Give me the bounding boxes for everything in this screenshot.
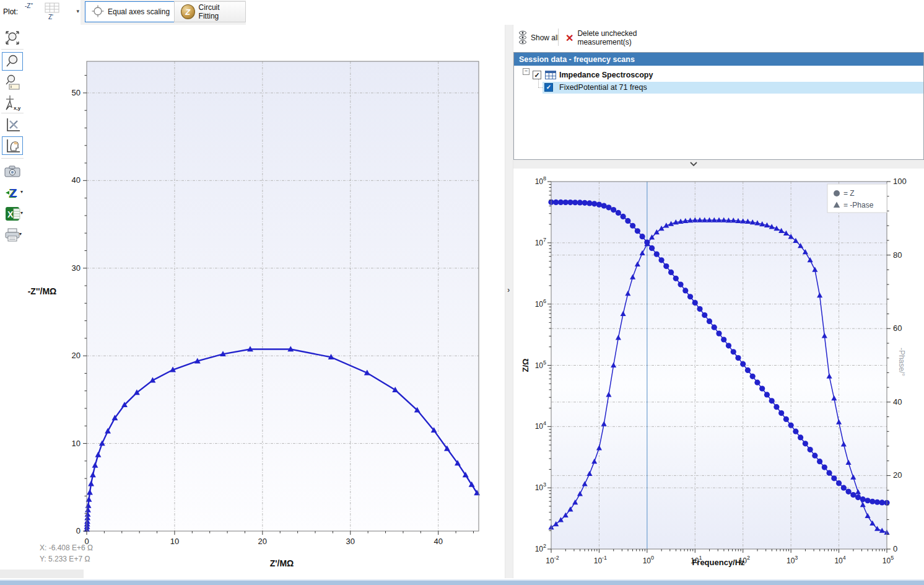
child-item-label: FixedPotential at 71 freqs: [559, 83, 647, 92]
bode-left-axis-title: Z/Ω: [521, 341, 530, 390]
svg-text:104: 104: [834, 555, 845, 565]
svg-text:50: 50: [72, 88, 81, 97]
plot-settings-button[interactable]: [2, 115, 23, 134]
svg-text:10: 10: [72, 439, 81, 448]
bode-plot-region: 10-210-110010110210310410510210310410510…: [513, 170, 924, 578]
svg-text:104: 104: [535, 420, 546, 431]
session-panel: Show all ✕ Delete unchecked measurement(…: [513, 25, 924, 578]
equal-axes-scaling-label: Equal axes scaling: [108, 7, 170, 16]
sidebar-separator: [1, 113, 24, 113]
svg-text:30: 30: [72, 263, 81, 273]
tree-item-impedance-spectroscopy[interactable]: ✓ Impedance Spectroscopy: [514, 70, 923, 81]
zoom-to-fit-button[interactable]: [2, 29, 23, 47]
toolbar-divider: [558, 29, 559, 46]
manual-scale-button[interactable]: [2, 136, 23, 155]
session-toolbar: Show all ✕ Delete unchecked measurement(…: [513, 25, 924, 51]
cursor-y-readout: Y: 5.233 E+7 Ω: [40, 553, 93, 565]
bode-right-axis-title: -Phase/°: [897, 340, 906, 384]
bode-legend: = Z= -Phase: [827, 184, 887, 213]
svg-text:107: 107: [535, 237, 546, 247]
svg-text:Z: Z: [10, 187, 17, 200]
nyquist-chart[interactable]: 01020304001020304050: [26, 25, 505, 578]
svg-text:100: 100: [893, 177, 907, 186]
svg-text:106: 106: [535, 298, 546, 309]
axes-head-icon: [4, 137, 21, 154]
parent-item-label: Impedance Spectroscopy: [559, 71, 653, 79]
session-data-box: Session data - frequency scans − ✓: [513, 52, 924, 160]
excel-letter: X: [7, 209, 14, 219]
delete-x-icon: ✕: [565, 32, 573, 44]
camera-icon: [4, 165, 21, 178]
tree-item-fixedpotential[interactable]: ✓ FixedPotential at 71 freqs: [543, 82, 923, 94]
svg-text:60: 60: [893, 323, 902, 333]
plot-type-dropdown[interactable]: -Z'' Z' ▾: [20, 1, 82, 24]
table-icon: [545, 71, 556, 81]
child-checkbox[interactable]: ✓: [544, 83, 553, 92]
svg-text:10-2: 10-2: [546, 555, 559, 565]
snapshot-button[interactable]: [2, 162, 23, 181]
svg-text:10: 10: [170, 537, 179, 546]
sidebar-footer: [0, 570, 84, 578]
svg-text:20: 20: [893, 470, 902, 480]
nyquist-plot-region: 01020304001020304050 -Z''/MΩ Z'/MΩ X: -6…: [26, 25, 505, 578]
chevron-down-icon: [689, 162, 698, 167]
plot-type-yaxis-label: -Z'': [25, 2, 33, 9]
svg-text:103: 103: [535, 482, 546, 492]
circuit-fitting-button[interactable]: Z Circuit Fitting: [174, 1, 246, 22]
collapse-strip[interactable]: [513, 160, 924, 169]
delete-label-line1: Delete unchecked: [577, 29, 637, 38]
svg-text:0: 0: [893, 544, 897, 553]
sidebar-separator: [1, 158, 24, 159]
svg-text:= Z: = Z: [843, 189, 855, 198]
svg-text:40: 40: [72, 175, 81, 185]
pointer-xy-text: x,y: [14, 105, 21, 111]
plot-type-xaxis-label: Z': [48, 14, 53, 20]
window-bottom-bar: [0, 579, 924, 585]
chevron-down-icon[interactable]: ▾: [20, 189, 23, 195]
z-export-icon: Z Z: [4, 185, 21, 201]
magnifier-icon: [4, 53, 20, 69]
svg-text:10-1: 10-1: [594, 555, 607, 565]
crosshair-icon: [92, 5, 104, 19]
svg-text:103: 103: [787, 555, 798, 565]
pointer-xy-icon: x,y: [3, 95, 22, 112]
application-window: Plot: -Z'' Z' ▾: [0, 0, 924, 585]
magnifier-region-icon: [4, 74, 21, 91]
show-all-button[interactable]: Show all: [515, 27, 562, 48]
chevron-down-icon[interactable]: ▾: [76, 8, 79, 14]
svg-text:80: 80: [893, 250, 902, 260]
chevron-right-icon[interactable]: ›: [507, 285, 510, 294]
delete-label-line2: measurement(s): [577, 38, 637, 46]
svg-text:102: 102: [535, 543, 546, 553]
z-export-button[interactable]: Z Z: [2, 183, 23, 202]
chevron-down-icon[interactable]: ▾: [20, 210, 23, 216]
printer-icon: [4, 227, 20, 242]
pointer-xy-button[interactable]: x,y: [2, 94, 23, 113]
equal-axes-scaling-button[interactable]: Equal axes scaling: [85, 1, 177, 22]
delete-unchecked-button[interactable]: ✕ Delete unchecked measurement(s): [562, 26, 640, 50]
svg-text:108: 108: [535, 175, 546, 186]
svg-text:105: 105: [883, 555, 894, 565]
svg-text:100: 100: [643, 555, 654, 565]
excel-export-button[interactable]: X: [2, 205, 23, 223]
svg-text:105: 105: [535, 359, 546, 370]
chevron-down-icon[interactable]: ▾: [19, 231, 22, 237]
measurement-tree: − ✓ Impedance Spectroscopy: [514, 66, 923, 159]
svg-text:0: 0: [76, 526, 81, 535]
bode-x-axis-title: Frequency/Hz: [669, 558, 768, 567]
plot-label: Plot:: [3, 7, 18, 16]
svg-text:20: 20: [72, 351, 81, 360]
zoom-button[interactable]: [2, 52, 23, 71]
parent-checkbox[interactable]: ✓: [533, 71, 541, 79]
session-header: Session data - frequency scans: [514, 53, 923, 66]
panel-splitter[interactable]: ›: [505, 25, 513, 578]
zoom-region-button[interactable]: [2, 73, 23, 92]
bode-chart[interactable]: 10-210-110010110210310410510210310410510…: [513, 170, 924, 578]
nyquist-y-axis-title: -Z''/MΩ: [11, 286, 73, 296]
circuit-fitting-icon: Z: [181, 4, 195, 19]
eyes-icon: [518, 30, 528, 45]
axes-tools-icon: [4, 116, 21, 133]
zoom-fit-icon: [4, 29, 21, 46]
nyquist-x-axis-title: Z'/MΩ: [245, 558, 319, 568]
show-all-label: Show all: [531, 33, 559, 42]
